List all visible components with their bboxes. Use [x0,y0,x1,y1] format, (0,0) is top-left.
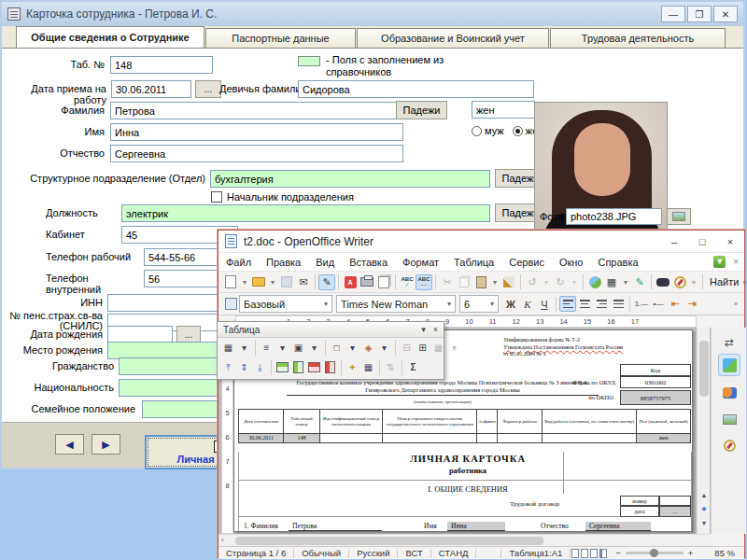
tab-no-input[interactable] [110,56,213,74]
open-dropdown-icon[interactable]: ▾ [267,274,278,290]
italic-icon[interactable]: К [519,296,536,312]
border-color-icon[interactable]: ▣ [290,341,306,356]
optimize-size-icon[interactable]: ▦ [430,341,446,356]
tab-general-info[interactable]: Общие сведения о Сотруднике [16,26,204,48]
menu-edit[interactable]: Правка [259,257,308,268]
zoom-slider[interactable] [626,552,684,554]
previous-page-icon[interactable]: ▲ [698,488,711,501]
tab-work-activity[interactable]: Трудовая деятельность [550,28,726,48]
head-of-department-checkbox[interactable] [211,191,222,203]
navigator-deck-icon[interactable] [718,434,740,456]
menu-table[interactable]: Таблица [446,257,501,268]
table-toolbar-close-icon[interactable]: × [433,325,438,334]
borders-icon[interactable]: □ [329,341,345,356]
paste-dropdown-icon[interactable]: ▾ [489,274,500,290]
find-toolbar-overflow-icon[interactable]: » [739,274,747,290]
numbered-list-icon[interactable]: 1.— [633,296,650,312]
font-name-select[interactable]: Times New Roman▾ [336,295,456,313]
paragraph-style-select[interactable]: Базовый▾ [239,295,332,313]
insert-column-icon[interactable] [290,360,306,375]
toolbar-overflow-icon[interactable]: » [688,274,699,290]
menu-file[interactable]: Файл [218,257,259,268]
position-input[interactable] [121,204,490,222]
zoom-out-icon[interactable]: − [608,548,621,558]
formatting-overflow-icon[interactable]: » [730,296,741,312]
align-center-icon[interactable] [576,296,593,312]
next-record-button[interactable]: ▶ [92,434,120,455]
single-page-view-icon[interactable] [571,549,579,558]
update-download-icon[interactable]: ▼ [713,256,726,268]
surname-input[interactable] [110,102,403,119]
close-icon[interactable]: ✕ [713,6,738,22]
print-icon[interactable] [359,274,375,290]
new-document-icon[interactable] [222,274,239,290]
save-icon[interactable] [278,274,295,290]
status-selection-mode[interactable]: СТАНД [431,548,476,558]
photo-filename-input[interactable] [566,208,662,225]
writer-close-icon[interactable]: × [716,231,744,252]
maiden-name-input[interactable] [298,80,534,98]
gallery-deck-icon[interactable] [718,408,740,430]
hire-date-picker-button[interactable]: ... [195,80,221,98]
table-toolbar-titlebar[interactable]: Таблица ▾ × [218,322,444,338]
align-left-icon[interactable] [559,296,576,312]
table-toolbar-dropdown-icon[interactable]: ▾ [421,325,426,334]
align-bottom-icon[interactable]: ⤓ [252,360,268,375]
line-style-icon[interactable]: ≡ [259,341,275,356]
tab-passport-data[interactable]: Паспортные данные [205,28,356,48]
align-top-icon[interactable]: ⤒ [220,360,236,375]
navigator-icon[interactable] [671,274,688,290]
insert-table-grid-icon[interactable]: ▦ [220,341,236,356]
undo-icon[interactable]: ↺ [524,274,541,290]
scroll-left-icon[interactable]: ‹ [221,536,224,544]
bullet-list-icon[interactable]: •— [650,296,667,312]
decrease-indent-icon[interactable]: ⇤ [667,296,684,312]
cases-button-name[interactable]: Падежи [396,101,447,119]
properties-deck-icon[interactable] [718,354,740,376]
open-icon[interactable] [250,274,267,290]
split-cells-icon[interactable]: ⊞ [415,341,430,356]
book-view-icon[interactable] [599,549,607,558]
center-vertical-icon[interactable]: ⇕ [236,360,252,375]
menu-view[interactable]: Вид [308,257,342,268]
underline-icon[interactable]: Ч [536,296,553,312]
delete-column-icon[interactable] [322,360,338,375]
photo-browse-button[interactable] [667,208,691,225]
birth-date-picker-button[interactable]: ... [176,326,201,343]
new-document-dropdown-icon[interactable]: ▾ [239,274,250,290]
background-color-icon[interactable]: ◈ [360,341,376,356]
radio-female[interactable] [513,126,523,136]
writer-minimize-icon[interactable]: – [660,231,688,252]
insert-table-dropdown-icon[interactable]: ▾ [620,274,631,290]
zoom-slider-thumb[interactable] [650,549,658,557]
paste-icon[interactable] [472,274,489,290]
maximize-icon[interactable]: ❐ [687,6,712,22]
menu-format[interactable]: Формат [395,257,446,268]
menu-help[interactable]: Справка [590,257,645,268]
next-page-icon[interactable]: ▼ [698,516,711,529]
menubar-close-icon[interactable]: × [733,257,739,267]
vertical-scrollbar[interactable]: ▲ ◈ ▼ [697,328,710,534]
sum-icon[interactable]: Σ [405,360,421,375]
undo-dropdown-icon[interactable]: ▾ [541,274,552,290]
email-icon[interactable]: ✉ [295,274,312,290]
autoformat-icon[interactable]: ✦ [345,360,360,375]
align-justify-icon[interactable] [610,296,627,312]
radio-male[interactable] [472,126,482,136]
menu-tools[interactable]: Сервис [501,257,552,268]
increase-indent-icon[interactable]: ⇥ [684,296,700,312]
delete-row-icon[interactable] [306,360,322,375]
clipart-deck-icon[interactable] [718,382,740,404]
autospellcheck-icon[interactable]: ABC~~ [416,274,432,290]
draw-functions-icon[interactable]: ✎ [631,274,648,290]
align-right-icon[interactable] [593,296,610,312]
status-language[interactable]: Русский [349,548,397,558]
insert-row-icon[interactable] [275,360,290,375]
status-page[interactable]: Страница 1 / 6 [218,548,293,558]
sort-icon[interactable]: ⇅ [383,360,399,375]
spellcheck-icon[interactable]: ABC✓ [399,274,416,290]
find-replace-icon[interactable] [655,274,671,290]
zoom-percent[interactable]: 85 % [707,548,742,558]
export-pdf-icon[interactable]: A [342,274,359,290]
copy-icon[interactable] [456,274,472,290]
